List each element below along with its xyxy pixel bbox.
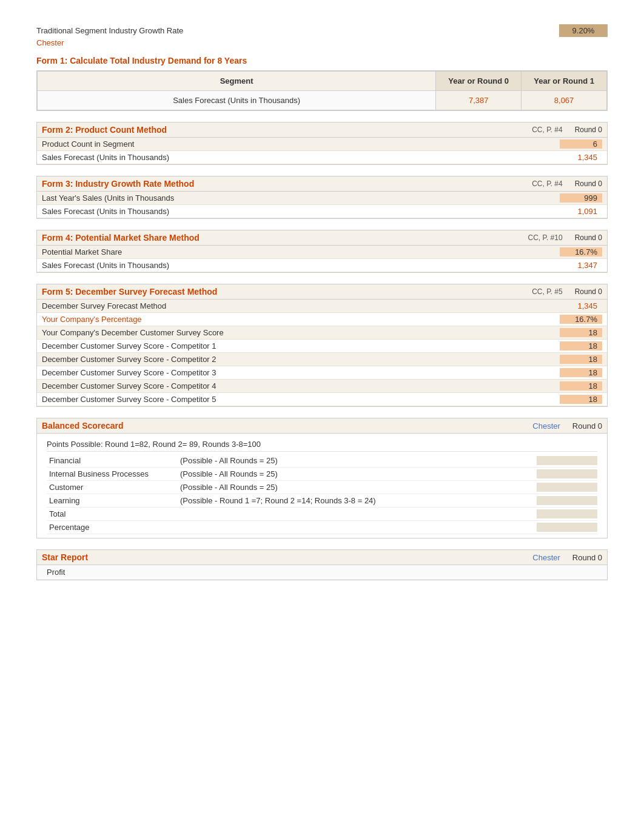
form2-row1-value: 1,345 (560, 153, 602, 162)
form2-row-0: Product Count in Segment 6 (37, 138, 607, 151)
scorecard-row-learning: Learning (Possible - Round 1 =7; Round 2… (47, 494, 597, 508)
form3-row-0: Last Year's Sales (Units in Thousands 99… (37, 192, 607, 205)
form4-header: Form 4: Potential Market Share Method CC… (37, 230, 607, 246)
star-profit-label: Profit (42, 568, 602, 577)
scorecard-financial-label: Financial (47, 456, 180, 465)
form5-your-pct-value: 16.7% (560, 315, 602, 324)
form3-row-1: Sales Forecast (Units in Thousands) 1,09… (37, 205, 607, 218)
table-row: Sales Forecast (Units in Thousands) 7,38… (38, 91, 607, 110)
form3-ref: CC, P. #4 (532, 179, 562, 188)
form3-row0-label: Last Year's Sales (Units in Thousands (42, 193, 560, 203)
form5-ref: CC, P. #5 (532, 287, 562, 296)
scorecard-financial-detail: (Possible - All Rounds = 25) (180, 456, 537, 465)
form2-row0-label: Product Count in Segment (42, 139, 560, 149)
form2-ref: CC, P. #4 (532, 126, 562, 134)
star-chester-link[interactable]: Chester (532, 553, 560, 562)
form5-title: Form 5: December Survey Forecast Method (42, 287, 532, 297)
segment-col-header: Segment (38, 72, 436, 91)
scorecard-chester[interactable]: Chester (532, 421, 560, 431)
scorecard-title: Balanced Scorecard (42, 421, 532, 431)
scorecard-row-financial: Financial (Possible - All Rounds = 25) (47, 454, 597, 468)
scorecard-learning-value (537, 496, 597, 505)
form2-round: Round 0 (575, 126, 602, 134)
form5-dec-forecast-label: December Survey Forecast Method (42, 301, 560, 310)
scorecard-ibp-label: Internal Business Processes (47, 469, 180, 478)
form4-row1-label: Sales Forecast (Units in Thousands) (42, 261, 560, 270)
form5-survey-row-0: Your Company's December Customer Survey … (37, 326, 607, 340)
scorecard-body: Points Possible: Round 1=82, Round 2= 89… (37, 434, 607, 538)
form5-survey-label-0: Your Company's December Customer Survey … (42, 328, 560, 337)
form5-survey-label-5: December Customer Survey Score - Competi… (42, 395, 560, 404)
scorecard-header: Balanced Scorecard Chester Round 0 (37, 418, 607, 434)
star-report-header: Star Report Chester Round 0 (37, 550, 607, 565)
form4-block: Form 4: Potential Market Share Method CC… (36, 230, 608, 273)
form4-title: Form 4: Potential Market Share Method (42, 233, 528, 243)
form2-row1-label: Sales Forecast (Units in Thousands) (42, 153, 560, 162)
scorecard-row-total: Total (47, 508, 597, 521)
scorecard-percentage-value (537, 523, 597, 532)
form5-survey-label-3: December Customer Survey Score - Competi… (42, 368, 560, 377)
form3-row0-value: 999 (560, 193, 602, 203)
scorecard-financial-value (537, 456, 597, 465)
form4-row1-value: 1,347 (560, 261, 602, 270)
form5-survey-row-3: December Customer Survey Score - Competi… (37, 366, 607, 380)
sales-forecast-label: Sales Forecast (Units in Thousands) (38, 91, 436, 110)
form5-dec-forecast-row: December Survey Forecast Method 1,345 (37, 300, 607, 313)
form5-your-pct-label: Your Company's Percentage (42, 315, 560, 324)
scorecard-customer-detail: (Possible - All Rounds = 25) (180, 483, 537, 492)
form5-survey-value-1: 18 (560, 341, 602, 350)
form5-round: Round 0 (575, 287, 602, 296)
scorecard-ibp-detail: (Possible - All Rounds = 25) (180, 469, 537, 478)
scorecard-row-ibp: Internal Business Processes (Possible - … (47, 468, 597, 481)
form5-survey-label-2: December Customer Survey Score - Competi… (42, 355, 560, 364)
form5-survey-row-1: December Customer Survey Score - Competi… (37, 340, 607, 353)
growth-rate-label: Traditional Segment Industry Growth Rate (36, 26, 183, 35)
form3-row1-value: 1,091 (560, 207, 602, 216)
scorecard-percentage-detail (180, 523, 537, 532)
star-report-block: Star Report Chester Round 0 Profit (36, 549, 608, 580)
form3-title: Form 3: Industry Growth Rate Method (42, 179, 532, 189)
form5-block: Form 5: December Survey Forecast Method … (36, 284, 608, 407)
balanced-scorecard-block: Balanced Scorecard Chester Round 0 Point… (36, 418, 608, 538)
form1-header-title: Form 1: Calculate Total Industry Demand … (36, 56, 608, 65)
scorecard-round: Round 0 (572, 421, 602, 431)
scorecard-customer-label: Customer (47, 483, 180, 492)
star-report-title: Star Report (42, 552, 532, 562)
form2-title: Form 2: Product Count Method (42, 125, 532, 135)
form5-survey-row-5: December Customer Survey Score - Competi… (37, 393, 607, 406)
sales-forecast-year1: 8,067 (522, 91, 607, 110)
form4-row-1: Sales Forecast (Units in Thousands) 1,34… (37, 259, 607, 272)
form5-survey-row-2: December Customer Survey Score - Competi… (37, 353, 607, 366)
form1-table: Segment Year or Round 0 Year or Round 1 … (37, 71, 607, 110)
form5-header: Form 5: December Survey Forecast Method … (37, 284, 607, 300)
scorecard-total-detail (180, 509, 537, 518)
header-growth-rate: Traditional Segment Industry Growth Rate… (36, 24, 608, 37)
scorecard-points: Points Possible: Round 1=82, Round 2= 89… (47, 437, 597, 452)
year1-col-header: Year or Round 1 (522, 72, 607, 91)
form2-row0-value: 6 (560, 139, 602, 149)
form5-survey-value-2: 18 (560, 355, 602, 364)
form2-row-1: Sales Forecast (Units in Thousands) 1,34… (37, 151, 607, 164)
scorecard-total-value (537, 509, 597, 518)
scorecard-percentage-label: Percentage (47, 523, 180, 532)
form3-round: Round 0 (575, 179, 602, 188)
form4-ref: CC, P. #10 (528, 233, 562, 242)
form3-header: Form 3: Industry Growth Rate Method CC, … (37, 176, 607, 192)
sales-forecast-year0: 7,387 (436, 91, 522, 110)
star-profit-row: Profit (37, 565, 607, 580)
form1-block: Segment Year or Round 0 Year or Round 1 … (36, 70, 608, 111)
form5-survey-label-1: December Customer Survey Score - Competi… (42, 341, 560, 350)
form5-survey-value-0: 18 (560, 328, 602, 337)
company-link[interactable]: Chester (36, 38, 608, 47)
form3-block: Form 3: Industry Growth Rate Method CC, … (36, 176, 608, 219)
form4-row0-value: 16.7% (560, 247, 602, 257)
form4-row0-label: Potential Market Share (42, 247, 560, 257)
form2-block: Form 2: Product Count Method CC, P. #4 R… (36, 122, 608, 165)
year0-col-header: Year or Round 0 (436, 72, 522, 91)
form5-survey-label-4: December Customer Survey Score - Competi… (42, 381, 560, 391)
scorecard-row-percentage: Percentage (47, 521, 597, 534)
form5-survey-value-5: 18 (560, 395, 602, 404)
scorecard-row-customer: Customer (Possible - All Rounds = 25) (47, 481, 597, 494)
form4-row-0: Potential Market Share 16.7% (37, 246, 607, 259)
scorecard-total-label: Total (47, 509, 180, 518)
